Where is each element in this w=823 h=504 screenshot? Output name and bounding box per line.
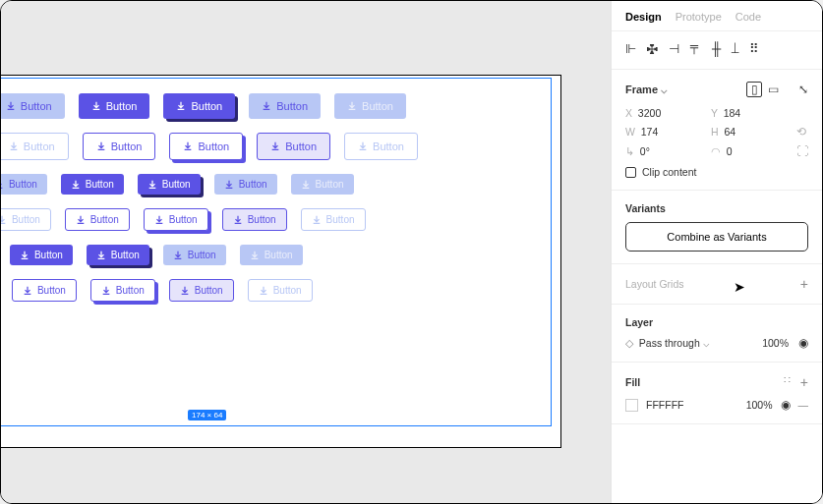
align-top-icon[interactable]: 〒	[689, 41, 702, 59]
layout-grids-title: Layout Grids	[625, 278, 684, 290]
button-component[interactable]: Button	[344, 133, 418, 160]
button-component[interactable]: Button	[222, 208, 287, 231]
fill-swatch[interactable]	[625, 399, 638, 412]
layout-grids-section: Layout Grids +	[612, 264, 822, 305]
button-component[interactable]: Button	[169, 279, 234, 302]
portrait-icon[interactable]: ▯	[746, 82, 762, 97]
w-label: W	[625, 126, 635, 138]
align-vcenter-icon[interactable]: ╫	[712, 41, 721, 59]
button-component[interactable]: Button	[240, 245, 303, 265]
button-component[interactable]: Button	[1, 133, 69, 160]
button-component[interactable]: Button	[61, 174, 124, 195]
w-value[interactable]: 174	[641, 126, 659, 138]
layer-section: Layer ◇ Pass through ⌵ 100% ◉	[612, 305, 822, 363]
radius-label: ◠	[711, 145, 721, 157]
add-layout-grid-icon[interactable]: +	[800, 276, 808, 292]
button-component[interactable]: Button	[163, 245, 226, 265]
button-component[interactable]: Button	[87, 245, 149, 265]
tab-prototype[interactable]: Prototype	[676, 11, 722, 23]
design-frame[interactable]: ButtonButtonButtonButtonButtonButtonButt…	[1, 75, 561, 448]
button-component[interactable]: Button	[90, 279, 155, 302]
combine-variants-button[interactable]: Combine as Variants	[625, 222, 808, 252]
layer-title: Layer	[625, 316, 808, 328]
button-component[interactable]: Button	[144, 208, 208, 231]
fill-visibility-icon[interactable]: ◉	[781, 398, 791, 412]
button-grid: ButtonButtonButtonButtonButtonButtonButt…	[1, 76, 560, 319]
button-component[interactable]: Button	[10, 245, 73, 265]
distribute-icon[interactable]: ⠿	[749, 41, 759, 59]
clip-content-checkbox[interactable]	[625, 167, 636, 178]
fill-styles-icon[interactable]: ∷	[784, 374, 791, 390]
button-component[interactable]: Button	[169, 133, 243, 160]
button-component[interactable]: Button	[1, 93, 65, 119]
h-value[interactable]: 64	[724, 126, 735, 138]
canvas[interactable]: ButtonButtonButtonButtonButtonButtonButt…	[1, 1, 611, 503]
button-component[interactable]: Button	[291, 174, 354, 195]
selection-size-badge: 174 × 64	[188, 410, 226, 420]
button-component[interactable]: Button	[257, 133, 330, 160]
fill-hex[interactable]: FFFFFF	[646, 399, 683, 411]
x-label: X	[625, 107, 632, 119]
button-component[interactable]: Button	[248, 279, 313, 302]
button-component[interactable]: Button	[65, 208, 130, 231]
remove-fill-icon[interactable]: —	[798, 399, 809, 411]
x-value[interactable]: 3200	[638, 107, 661, 119]
align-hcenter-icon[interactable]: ⧾	[646, 41, 659, 59]
landscape-icon[interactable]: ▭	[768, 83, 779, 96]
button-component[interactable]: Button	[138, 174, 201, 195]
button-component[interactable]: Button	[249, 93, 321, 119]
rotation-label: ↳	[625, 145, 634, 157]
add-fill-icon[interactable]: +	[800, 374, 808, 390]
button-component[interactable]: Button	[214, 174, 277, 195]
variants-title: Variants	[625, 202, 808, 214]
panel-tabs: Design Prototype Code	[612, 1, 822, 30]
button-component[interactable]: Button	[12, 279, 77, 302]
button-component[interactable]: Button	[1, 174, 47, 195]
align-tools: ⊩ ⧾ ⊣ 〒 ╫ ⟘ ⠿	[612, 30, 822, 70]
corners-icon[interactable]: ⛶	[796, 144, 808, 158]
properties-panel: Design Prototype Code ⊩ ⧾ ⊣ 〒 ╫ ⟘ ⠿ Fram…	[611, 1, 822, 503]
fill-opacity[interactable]: 100%	[746, 399, 773, 411]
button-component[interactable]: Button	[301, 208, 366, 231]
button-component[interactable]: Button	[163, 93, 235, 119]
align-left-icon[interactable]: ⊩	[625, 41, 636, 59]
radius-value[interactable]: 0	[727, 145, 733, 157]
fill-title: Fill	[625, 376, 640, 388]
layer-opacity[interactable]: 100%	[762, 337, 789, 349]
frame-section: Frame ⌵ ▯ ▭ ⤡ X 3200 Y 184 W 174 H 64 ⟲ …	[612, 70, 822, 191]
tab-design[interactable]: Design	[625, 11, 662, 23]
fill-section: Fill ∷ + FFFFFF 100% ◉ —	[612, 363, 822, 424]
app-window: ButtonButtonButtonButtonButtonButtonButt…	[0, 0, 823, 504]
link-wh-icon[interactable]: ⟲	[796, 125, 808, 139]
align-right-icon[interactable]: ⊣	[669, 41, 679, 59]
clip-content-label: Clip content	[642, 166, 696, 178]
h-label: H	[711, 126, 719, 138]
tab-code[interactable]: Code	[735, 11, 761, 23]
align-bottom-icon[interactable]: ⟘	[731, 41, 739, 59]
button-component[interactable]: Button	[1, 208, 51, 231]
blend-mode[interactable]: ◇ Pass through ⌵	[625, 337, 710, 349]
button-component[interactable]: Button	[83, 133, 156, 160]
layer-visibility-icon[interactable]: ◉	[798, 336, 808, 350]
y-value[interactable]: 184	[724, 107, 741, 119]
frame-type[interactable]: Frame ⌵	[625, 84, 668, 95]
y-label: Y	[711, 107, 718, 119]
button-component[interactable]: Button	[79, 93, 150, 119]
rotation-value[interactable]: 0°	[640, 145, 650, 157]
variants-section: Variants Combine as Variants	[612, 191, 822, 264]
resize-fit-icon[interactable]: ⤡	[798, 83, 808, 96]
button-component[interactable]: Button	[334, 93, 406, 119]
